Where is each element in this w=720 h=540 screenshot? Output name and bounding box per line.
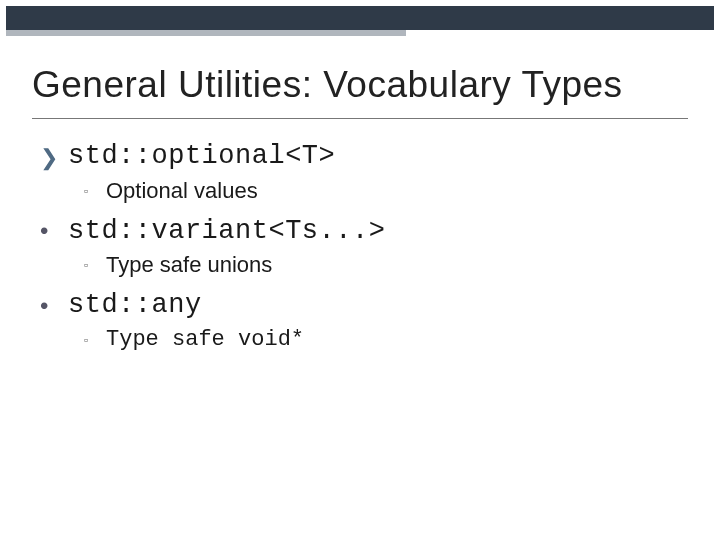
header-underline [6, 30, 406, 36]
square-icon [84, 183, 106, 200]
sub-label: Optional values [106, 176, 258, 207]
square-icon [84, 332, 106, 349]
list-item: std::variant<Ts...> Type safe unions [40, 215, 680, 282]
header-bar [6, 6, 714, 30]
list-item: std::any Type safe void* [40, 289, 680, 356]
item-label: std::optional<T> [68, 140, 335, 174]
item-label: std::any [68, 289, 202, 323]
content-area: std::optional<T> Optional values std::va… [40, 140, 680, 364]
dot-icon [40, 216, 68, 246]
square-icon [84, 257, 106, 274]
dot-icon [40, 291, 68, 321]
list-item: std::optional<T> Optional values [40, 140, 680, 207]
title-underline [32, 118, 688, 119]
bullet-level1: std::variant<Ts...> [40, 215, 680, 249]
chevron-icon [40, 142, 68, 172]
bullet-level2: Optional values [84, 176, 680, 207]
slide-title: General Utilities: Vocabulary Types [32, 64, 688, 106]
bullet-level1: std::any [40, 289, 680, 323]
bullet-level2: Type safe unions [84, 250, 680, 281]
bullet-level1: std::optional<T> [40, 140, 680, 174]
slide: General Utilities: Vocabulary Types std:… [0, 0, 720, 540]
sub-label: Type safe unions [106, 250, 272, 281]
item-label: std::variant<Ts...> [68, 215, 385, 249]
sub-label: Type safe void* [106, 325, 304, 356]
bullet-level2: Type safe void* [84, 325, 680, 356]
